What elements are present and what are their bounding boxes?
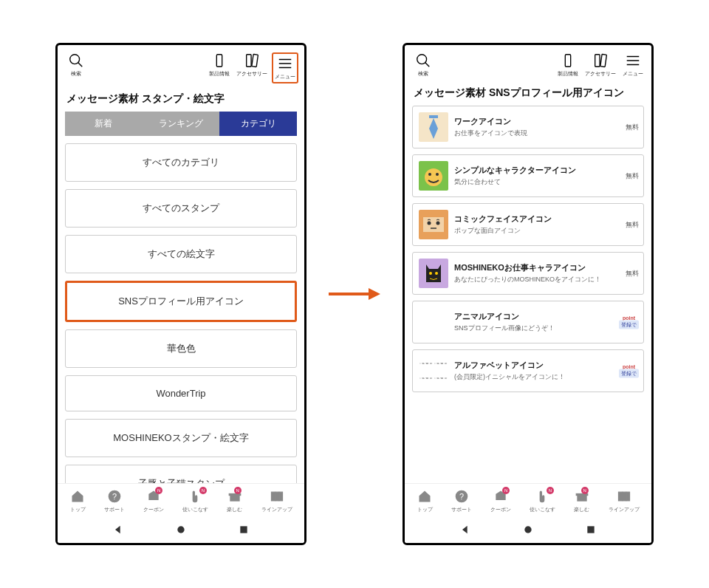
- phone-right: 検索 製品情報 アクセサリー メニュー: [403, 43, 654, 545]
- lineup-icon: [269, 488, 285, 505]
- nav-label: トップ: [417, 506, 433, 513]
- nav-support[interactable]: ? サポート: [451, 488, 472, 513]
- svg-rect-26: [429, 115, 438, 118]
- nav-label: 使いこなす: [182, 506, 208, 513]
- item-title: アルファベットアイコン: [454, 360, 637, 371]
- price-badge-point: point 登録で: [619, 315, 639, 329]
- notification-dot: N: [502, 487, 510, 494]
- thumbnail-icon: [419, 161, 448, 191]
- accessory-button[interactable]: アクセサリー: [585, 52, 616, 78]
- category-item[interactable]: WonderTrip: [65, 375, 297, 411]
- list-item[interactable]: MOSHINEKOお仕事キャラアイコン あなたにぴったりのMOSHINEKOをア…: [412, 252, 644, 295]
- nav-enjoy[interactable]: N 楽しむ: [227, 488, 243, 513]
- nav-label: トップ: [70, 506, 86, 513]
- tab-ranking[interactable]: ランキング: [143, 112, 220, 136]
- svg-rect-12: [271, 492, 275, 501]
- category-item[interactable]: すべてのスタンプ: [65, 189, 297, 228]
- svg-point-28: [428, 173, 431, 176]
- nav-enjoy[interactable]: N 楽しむ: [574, 488, 590, 513]
- svg-line-19: [425, 63, 430, 67]
- nav-coupon[interactable]: N クーポン: [490, 488, 511, 513]
- svg-point-18: [417, 55, 427, 64]
- svg-rect-38: [577, 495, 586, 501]
- category-item[interactable]: 子豚と子猫スタンプ: [65, 465, 297, 483]
- category-item[interactable]: 華色色: [65, 329, 297, 368]
- back-icon[interactable]: [112, 524, 124, 536]
- nav-label: ラインアップ: [261, 506, 292, 513]
- search-button[interactable]: 検索: [64, 52, 89, 78]
- menu-button[interactable]: メニュー: [620, 52, 645, 78]
- nav-label: 使いこなす: [530, 506, 555, 513]
- search-icon: [68, 52, 84, 69]
- nav-coupon[interactable]: N クーポン: [143, 488, 164, 513]
- thumbnail-icon: [419, 210, 448, 239]
- item-title: コミックフェイスアイコン: [454, 213, 637, 225]
- svg-rect-40: [618, 492, 622, 501]
- list-item[interactable]: アルファベットアイコン (会員限定)イニシャルをアイコンに！ point 登録で: [412, 349, 644, 392]
- home-circle-icon[interactable]: [175, 524, 187, 536]
- recent-icon[interactable]: [238, 524, 250, 536]
- nav-support[interactable]: ? サポート: [104, 488, 125, 513]
- search-button[interactable]: 検索: [411, 52, 436, 78]
- item-title: アニマルアイコン: [454, 311, 637, 322]
- item-subtitle: 気分に合わせて: [454, 177, 637, 187]
- category-item[interactable]: すべての絵文字: [65, 235, 297, 273]
- item-subtitle: ポップな面白アイコン: [454, 226, 637, 236]
- page-title: メッセージ素材 SNSプロフィール用アイコン: [405, 81, 651, 106]
- accessory-button[interactable]: アクセサリー: [236, 52, 267, 78]
- nav-lineup[interactable]: ラインアップ: [609, 488, 640, 513]
- nav-use[interactable]: N 使いこなす: [530, 488, 555, 513]
- svg-point-43: [524, 526, 531, 533]
- recent-icon[interactable]: [585, 524, 597, 536]
- nav-top[interactable]: トップ: [69, 488, 86, 513]
- price-badge: 無料: [626, 269, 639, 278]
- tab-category[interactable]: カテゴリ: [219, 112, 297, 136]
- nav-label: 楽しむ: [227, 506, 242, 513]
- svg-rect-21: [595, 55, 600, 67]
- list-item[interactable]: シンプルなキャラクターアイコン 気分に合わせて 無料: [412, 154, 644, 197]
- svg-point-31: [428, 222, 431, 225]
- category-item[interactable]: MOSHINEKOスタンプ・絵文字: [65, 419, 297, 457]
- list-item[interactable]: ワークアイコン お仕事をアイコンで表現 無料: [412, 106, 644, 148]
- svg-rect-10: [230, 495, 239, 501]
- category-tabs: 新着 ランキング カテゴリ: [58, 112, 304, 143]
- category-item-selected[interactable]: SNSプロフィール用アイコン: [65, 281, 297, 322]
- hamburger-menu-icon: [277, 55, 293, 72]
- search-icon: [415, 52, 431, 69]
- svg-rect-44: [587, 526, 594, 533]
- list-item[interactable]: コミックフェイスアイコン ポップな面白アイコン 無料: [412, 203, 644, 246]
- home-circle-icon[interactable]: [522, 524, 534, 536]
- list-item[interactable]: アニマルアイコン SNSプロフィール画像にどうぞ！ point 登録で: [412, 301, 644, 343]
- svg-point-29: [436, 173, 439, 176]
- svg-rect-2: [216, 55, 222, 67]
- home-icon: [69, 488, 86, 505]
- category-item[interactable]: すべてのカテゴリ: [65, 143, 297, 182]
- menu-label: メニュー: [275, 73, 295, 81]
- svg-point-32: [436, 222, 440, 225]
- tab-new[interactable]: 新着: [65, 112, 143, 136]
- nav-lineup[interactable]: ラインアップ: [261, 488, 292, 513]
- svg-rect-16: [240, 526, 247, 533]
- back-icon[interactable]: [459, 524, 471, 536]
- product-info-button[interactable]: 製品情報: [555, 52, 580, 78]
- nav-label: クーポン: [490, 506, 511, 513]
- notification-dot: N: [199, 487, 207, 494]
- bottom-nav: トップ ? サポート N クーポン N 使いこなす N 楽しむ ラインアップ: [405, 483, 651, 516]
- page-title: メッセージ素材 スタンプ・絵文字: [58, 86, 304, 112]
- thumbnail-icon: [419, 307, 448, 337]
- nav-label: 楽しむ: [574, 506, 589, 513]
- lineup-icon: [616, 488, 632, 505]
- item-subtitle: (会員限定)イニシャルをアイコンに！: [454, 372, 637, 382]
- nav-use[interactable]: N 使いこなす: [182, 488, 208, 513]
- point-label: point: [623, 364, 635, 369]
- svg-point-0: [70, 55, 80, 64]
- accessory-icon: [244, 52, 260, 69]
- nav-top[interactable]: トップ: [417, 488, 433, 513]
- topbar: 検索 製品情報 アクセサリー メニュー: [58, 45, 304, 86]
- price-badge: 無料: [626, 171, 639, 181]
- accessory-icon: [592, 52, 609, 69]
- svg-text:?: ?: [459, 492, 464, 501]
- product-info-button[interactable]: 製品情報: [207, 52, 232, 78]
- menu-button-highlighted[interactable]: メニュー: [272, 52, 298, 83]
- thumbnail-icon: [419, 356, 448, 386]
